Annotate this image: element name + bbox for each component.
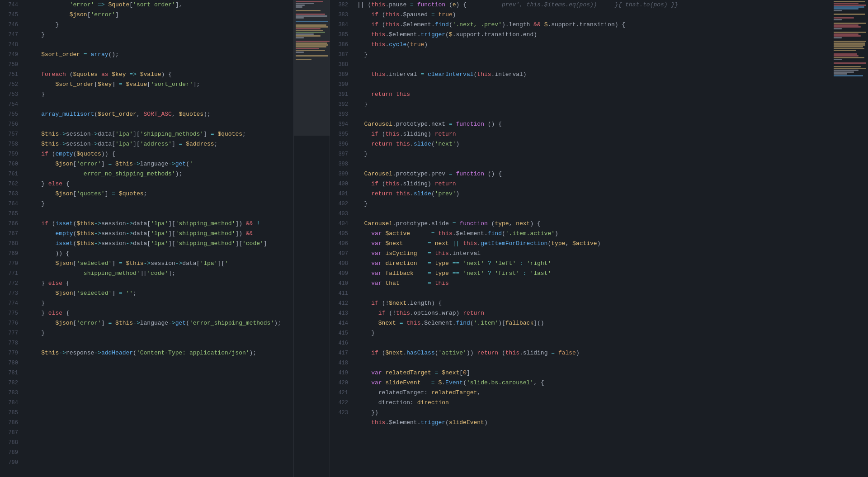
code-line: } — [357, 50, 826, 60]
code-line: $json['error'] — [27, 10, 288, 20]
code-line: var slideEvent = $.Event('slide.bs.carou… — [357, 378, 826, 388]
code-line — [357, 80, 826, 90]
code-line: this.interval = clearInterval(this.inter… — [357, 70, 826, 80]
code-line: empty($this->session->data['lpa']['shipp… — [27, 229, 288, 239]
code-line: isset($this->session->data['lpa']['shipp… — [27, 239, 288, 249]
code-line: if (this.sliding) return — [357, 179, 826, 189]
code-line — [27, 338, 288, 348]
code-line: $json['error'] = $this->language->get(' — [27, 159, 288, 169]
code-line — [27, 99, 288, 109]
code-line: $next = this.$element.find('.item')[fall… — [357, 318, 826, 328]
code-line: 'error' => $quote['sort_order'], — [27, 0, 288, 10]
code-line: } — [27, 20, 288, 30]
code-line: var relatedTarget = $next[0] — [357, 368, 826, 378]
code-line: var fallback = type == 'next' ? 'first' … — [357, 269, 826, 279]
code-line: var that = this — [357, 279, 826, 288]
code-line: if (!this.options.wrap) return — [357, 308, 826, 318]
code-line — [357, 209, 826, 219]
left-minimap — [294, 0, 330, 477]
code-line: relatedTarget: relatedTarget, — [357, 388, 826, 398]
code-line — [27, 119, 288, 129]
code-line — [27, 60, 288, 70]
code-line: Carousel.prototype.slide = function (typ… — [357, 219, 826, 229]
code-line: } — [357, 149, 826, 159]
code-line: $sort_order[$key] = $value['sort_order']… — [27, 80, 288, 90]
code-line: $json['quotes'] = $quotes; — [27, 189, 288, 199]
code-line: $json['selected'] = ''; — [27, 288, 288, 298]
left-code-panel[interactable]: 744 745 746 747 748 749 750 751 752 753 … — [0, 0, 294, 477]
code-line: direction: direction — [357, 398, 826, 408]
code-line — [27, 40, 288, 50]
code-line: } — [27, 199, 288, 209]
code-line: shipping_method']['code']; — [27, 269, 288, 279]
right-minimap-lines — [832, 0, 868, 78]
code-line: this.cycle(true) — [357, 40, 826, 50]
code-line: return this.slide('prev') — [357, 189, 826, 199]
code-line: $this->session->data['lpa']['shipping_me… — [27, 129, 288, 139]
code-line: if (this.$paused = true) — [357, 10, 826, 20]
code-line: } — [27, 30, 288, 40]
code-line: } else { — [27, 179, 288, 189]
code-line: $sort_order = array(); — [27, 50, 288, 60]
code-line — [357, 288, 826, 298]
code-line: $this->session->data['lpa']['address'] =… — [27, 139, 288, 149]
code-line: } else { — [27, 308, 288, 318]
code-line: if (empty($quotes)) { — [27, 149, 288, 159]
code-line: $this->response->addHeader('Content-Type… — [27, 348, 288, 358]
right-code-content[interactable]: || (this.pause = function (e) { prev', t… — [352, 0, 832, 477]
code-line: if (this.$element.find('.next, .prev').l… — [357, 20, 826, 30]
code-line: error_no_shipping_methods'); — [27, 169, 288, 179]
code-line: if (isset($this->session->data['lpa']['s… — [27, 219, 288, 229]
code-line: } — [357, 99, 826, 109]
right-minimap — [832, 0, 868, 477]
code-line: } — [27, 298, 288, 308]
code-line: )) { — [27, 249, 288, 259]
code-line: var isCycling = this.interval — [357, 249, 826, 259]
code-line: this.$element.trigger(slideEvent) — [357, 418, 826, 428]
code-line: Carousel.prototype.next = function () { — [357, 119, 826, 129]
code-line — [357, 159, 826, 169]
code-line — [357, 338, 826, 348]
code-line: }) — [357, 408, 826, 418]
code-line: var direction = type == 'next' ? 'left' … — [357, 259, 826, 269]
code-line: if (!$next.length) { — [357, 298, 826, 308]
code-line: if (this.sliding) return — [357, 129, 826, 139]
code-line: Carousel.prototype.prev = function () { — [357, 169, 826, 179]
right-line-numbers: 382 383 384 385 386 387 388 389 390 391 … — [330, 0, 352, 477]
code-line — [357, 60, 826, 70]
left-code-content[interactable]: 'error' => $quote['sort_order'], $json['… — [22, 0, 293, 477]
code-line: return this.slide('next') — [357, 139, 826, 149]
code-line: || (this.pause = function (e) { prev', t… — [357, 0, 826, 10]
code-line: array_multisort($sort_order, SORT_ASC, $… — [27, 109, 288, 119]
code-line: this.$element.trigger($.support.transiti… — [357, 30, 826, 40]
code-line: } — [357, 328, 826, 338]
editor: 744 745 746 747 748 749 750 751 752 753 … — [0, 0, 868, 477]
code-line: var $next = next || this.getItemForDirec… — [357, 239, 826, 249]
code-line: $json['error'] = $this->language->get('e… — [27, 318, 288, 328]
code-line — [27, 209, 288, 219]
code-line: } else { — [27, 279, 288, 288]
code-line — [357, 358, 826, 368]
code-line: foreach ($quotes as $key => $value) { — [27, 70, 288, 80]
code-line: } — [27, 328, 288, 338]
code-line: $json['selected'] = $this->session->data… — [27, 259, 288, 269]
code-line: return this — [357, 90, 826, 99]
code-line: } — [357, 199, 826, 209]
code-line: } — [27, 90, 288, 99]
left-line-numbers: 744 745 746 747 748 749 750 751 752 753 … — [0, 0, 22, 477]
right-code-panel[interactable]: 382 383 384 385 386 387 388 389 390 391 … — [330, 0, 832, 477]
code-line — [357, 109, 826, 119]
code-line: var $active = this.$element.find('.item.… — [357, 229, 826, 239]
code-line: if ($next.hasClass('active')) return (th… — [357, 348, 826, 358]
